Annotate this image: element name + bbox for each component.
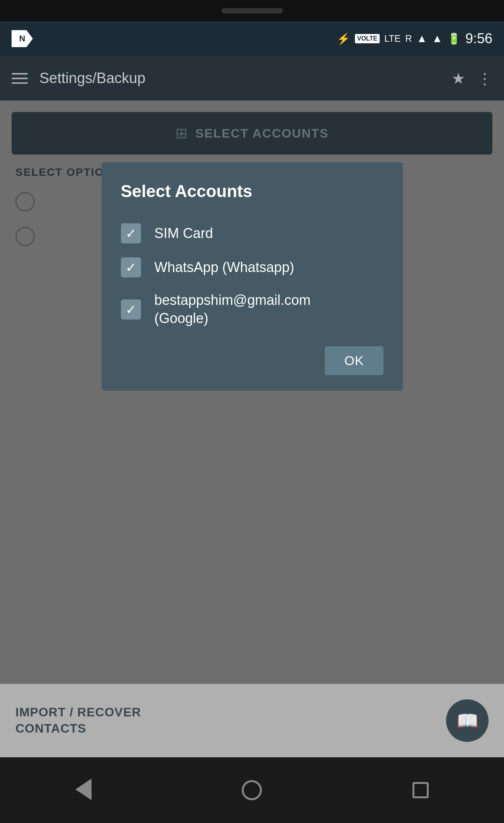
status-left: N xyxy=(12,30,33,47)
whatsapp-checkbox[interactable]: ✓ xyxy=(121,257,141,277)
modal-actions: OK xyxy=(121,346,384,375)
status-right: ⚡ VOLTE LTE R ▲ ▲ 🔋 9:56 xyxy=(337,31,492,47)
phone-speaker xyxy=(221,8,283,14)
whatsapp-label: WhatsApp (Whatsapp) xyxy=(154,258,294,277)
status-time: 9:56 xyxy=(465,31,492,47)
lte-icon: LTE xyxy=(384,33,400,44)
volte-badge: VOLTE xyxy=(355,34,380,43)
import-recover-button[interactable]: 📖 xyxy=(446,699,489,742)
modal-overlay: Select Accounts ✓ SIM Card ✓ WhatsApp ( xyxy=(0,100,504,757)
whatsapp-option[interactable]: ✓ WhatsApp (Whatsapp) xyxy=(121,250,384,284)
bluetooth-icon: ⚡ xyxy=(337,32,350,45)
phone-top-bar xyxy=(0,0,504,21)
modal-title: Select Accounts xyxy=(121,182,384,201)
home-button[interactable] xyxy=(242,780,262,800)
phone-frame: N ⚡ VOLTE LTE R ▲ ▲ 🔋 9:56 xyxy=(0,0,504,823)
ok-button[interactable]: OK xyxy=(325,346,383,375)
more-options-icon[interactable]: ⋮ xyxy=(477,70,492,87)
whatsapp-check-icon: ✓ xyxy=(126,260,136,275)
hamburger-menu-icon[interactable] xyxy=(12,73,28,84)
recent-apps-button[interactable] xyxy=(412,782,429,798)
sim-card-option[interactable]: ✓ SIM Card xyxy=(121,216,384,250)
google-checkbox[interactable]: ✓ xyxy=(121,299,141,320)
import-recover-label: IMPORT / RECOVERCONTACTS xyxy=(15,704,141,736)
sim-card-check-icon: ✓ xyxy=(126,226,136,241)
back-button[interactable] xyxy=(75,779,92,802)
n-logo-icon: N xyxy=(12,30,33,47)
google-check-icon: ✓ xyxy=(126,302,136,317)
status-bar: N ⚡ VOLTE LTE R ▲ ▲ 🔋 9:56 xyxy=(0,21,504,56)
google-label: bestappshim@gmail.com(Google) xyxy=(154,291,311,328)
battery-icon: 🔋 xyxy=(447,32,461,45)
sim-card-checkbox[interactable]: ✓ xyxy=(121,223,141,243)
sim-card-label: SIM Card xyxy=(154,224,213,243)
signal2-icon: ▲ xyxy=(432,32,443,45)
select-accounts-modal: Select Accounts ✓ SIM Card ✓ WhatsApp ( xyxy=(102,162,403,391)
import-book-icon: 📖 xyxy=(456,710,479,731)
import-recover-section: IMPORT / RECOVERCONTACTS 📖 xyxy=(0,684,504,757)
main-content: ⊞ SELECT ACCOUNTS SELECT OPTIONS Select … xyxy=(0,100,504,757)
signal-icon: ▲ xyxy=(416,32,427,45)
nav-bar xyxy=(0,757,504,823)
star-icon[interactable]: ★ xyxy=(451,70,465,87)
phone-screen: N ⚡ VOLTE LTE R ▲ ▲ 🔋 9:56 xyxy=(0,21,504,823)
r-icon: R xyxy=(405,33,412,44)
google-option[interactable]: ✓ bestappshim@gmail.com(Google) xyxy=(121,284,384,335)
app-title: Settings/Backup xyxy=(39,70,440,87)
app-bar-actions: ★ ⋮ xyxy=(451,70,492,87)
app-bar: Settings/Backup ★ ⋮ xyxy=(0,56,504,100)
